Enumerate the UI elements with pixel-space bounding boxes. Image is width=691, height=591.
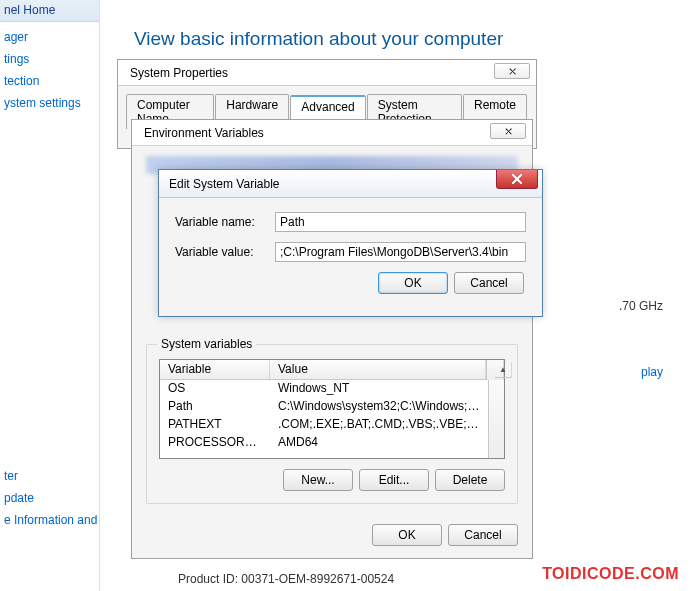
cell-variable: PATHEXT xyxy=(160,417,270,433)
system-variables-table[interactable]: Variable Value ▲ OSWindows_NT PathC:\Win… xyxy=(159,359,505,459)
sidebar-link[interactable]: ager xyxy=(4,30,99,44)
cancel-button[interactable]: Cancel xyxy=(454,272,524,294)
table-row[interactable]: PROCESSOR_A...AMD64 xyxy=(160,434,488,452)
column-header-value[interactable]: Value xyxy=(270,360,486,379)
variable-name-input[interactable] xyxy=(275,212,526,232)
cell-value: .COM;.EXE;.BAT;.CMD;.VBS;.VBE;.JS;.... xyxy=(270,417,488,433)
system-properties-titlebar[interactable]: System Properties ⤬ xyxy=(118,60,536,86)
variable-value-label: Variable value: xyxy=(175,245,275,259)
variable-value-input[interactable] xyxy=(275,242,526,262)
delete-button[interactable]: Delete xyxy=(435,469,505,491)
environment-variables-titlebar[interactable]: Environment Variables ⤬ xyxy=(132,120,532,146)
edit-variable-titlebar[interactable]: Edit System Variable xyxy=(159,170,542,198)
table-row[interactable]: PathC:\Windows\system32;C:\Windows;C:\..… xyxy=(160,398,488,416)
sidebar-see-also-link[interactable]: ter xyxy=(4,469,97,483)
page-title: View basic information about your comput… xyxy=(134,28,691,50)
table-header[interactable]: Variable Value ▲ xyxy=(160,360,504,380)
sidebar-link[interactable]: tings xyxy=(4,52,99,66)
variable-name-label: Variable name: xyxy=(175,215,275,229)
environment-variables-title-text: Environment Variables xyxy=(144,126,264,140)
cancel-button[interactable]: Cancel xyxy=(448,524,518,546)
ok-button[interactable]: OK xyxy=(378,272,448,294)
sidebar-see-also: ter pdate e Information and xyxy=(4,469,97,535)
new-button[interactable]: New... xyxy=(283,469,353,491)
edit-system-variable-dialog: Edit System Variable Variable name: Vari… xyxy=(158,169,543,317)
ok-button[interactable]: OK xyxy=(372,524,442,546)
sidebar-home-link[interactable]: nel Home xyxy=(0,0,99,22)
scrollbar[interactable] xyxy=(488,380,504,458)
cell-value: C:\Windows\system32;C:\Windows;C:\... xyxy=(270,399,488,415)
sidebar-link[interactable]: ystem settings xyxy=(4,96,99,110)
edit-button[interactable]: Edit... xyxy=(359,469,429,491)
close-button[interactable]: ⤬ xyxy=(490,123,526,139)
cell-variable: Path xyxy=(160,399,270,415)
cell-variable: PROCESSOR_A... xyxy=(160,435,270,451)
sidebar-link[interactable]: tection xyxy=(4,74,99,88)
system-variables-legend: System variables xyxy=(157,337,256,351)
cell-value: Windows_NT xyxy=(270,381,488,397)
table-row[interactable]: PATHEXT.COM;.EXE;.BAT;.CMD;.VBS;.VBE;.JS… xyxy=(160,416,488,434)
system-properties-title-text: System Properties xyxy=(130,66,228,80)
system-variables-group: System variables Variable Value ▲ OSWind… xyxy=(146,344,518,504)
product-id-label: Product ID: 00371-OEM-8992671-00524 xyxy=(178,572,394,586)
edit-variable-body: Variable name: Variable value: OK Cancel xyxy=(159,198,542,308)
column-header-variable[interactable]: Variable xyxy=(160,360,270,379)
sidebar-see-also-link[interactable]: pdate xyxy=(4,491,97,505)
watermark: TOIDICODE.COM xyxy=(542,565,679,583)
cell-value: AMD64 xyxy=(270,435,488,451)
display-link[interactable]: play xyxy=(641,365,663,379)
cell-variable: OS xyxy=(160,381,270,397)
sidebar-see-also-link[interactable]: e Information and xyxy=(4,513,97,527)
edit-variable-title-text: Edit System Variable xyxy=(169,177,280,191)
cpu-speed-label: .70 GHz xyxy=(619,299,663,313)
sidebar-links: ager tings tection ystem settings xyxy=(0,22,99,110)
table-row[interactable]: OSWindows_NT xyxy=(160,380,488,398)
close-button[interactable]: ⤬ xyxy=(494,63,530,79)
table-rows: OSWindows_NT PathC:\Windows\system32;C:\… xyxy=(160,380,488,458)
sidebar: nel Home ager tings tection ystem settin… xyxy=(0,0,100,591)
scroll-up-button[interactable]: ▲ xyxy=(486,360,504,380)
close-button[interactable] xyxy=(496,170,538,189)
chevron-up-icon: ▲ xyxy=(495,362,512,378)
